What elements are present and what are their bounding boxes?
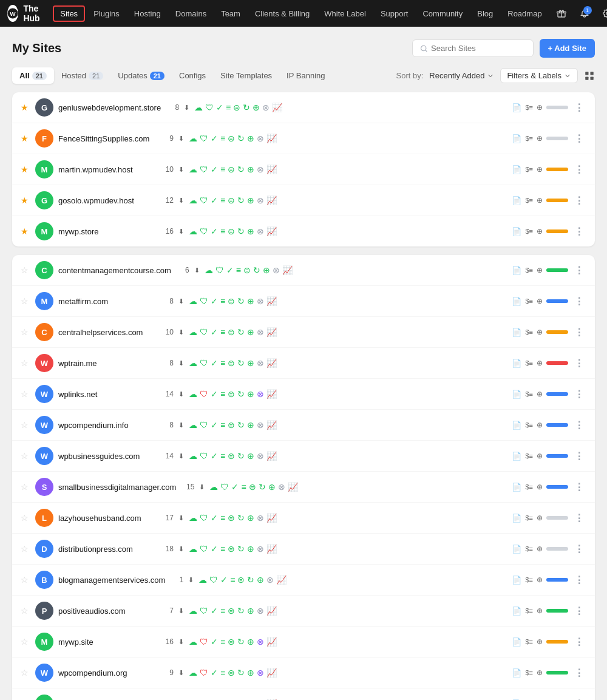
view-toggle[interactable] xyxy=(584,70,595,81)
site-row[interactable]: ☆ W wplinks.net 14 ⬇ ☁🛡✓≡⊜↻⊕⊗📈 📄 $≡ ⊕ ⋮ xyxy=(12,379,595,410)
sort-dropdown[interactable]: Recently Added xyxy=(429,71,494,80)
nav-team[interactable]: Team xyxy=(215,7,246,21)
star-button[interactable]: ★ xyxy=(21,165,30,174)
filter-tab-all[interactable]: All 21 xyxy=(12,67,54,84)
site-count: 12 xyxy=(160,196,174,205)
add-site-button[interactable]: + Add Site xyxy=(540,39,595,58)
star-button[interactable]: ★ xyxy=(21,134,30,143)
notification-icon-btn[interactable]: 1 xyxy=(576,5,593,22)
filter-tab-ip-banning[interactable]: IP Banning xyxy=(279,67,332,84)
site-actions: 📄 $≡ ⊕ ⋮ xyxy=(512,542,586,556)
site-row[interactable]: ☆ L lazyhousehusband.com 17 ⬇ ☁🛡✓≡⊜↻⊕⊗📈 … xyxy=(12,503,595,534)
star-button[interactable]: ☆ xyxy=(21,606,30,616)
star-button[interactable]: ☆ xyxy=(21,513,30,523)
more-options-button[interactable]: ⋮ xyxy=(572,101,586,115)
filter-updates-count: 21 xyxy=(150,72,164,80)
site-row[interactable]: ★ G geniuswebdevelopment.store 8 ⬇ ☁🛡✓≡⊜… xyxy=(12,92,595,123)
more-options-button[interactable]: ⋮ xyxy=(572,132,586,146)
more-options-button[interactable]: ⋮ xyxy=(572,697,586,701)
site-row[interactable]: ★ G gosolo.wpmudev.host 12 ⬇ ☁🛡✓≡⊜↻⊕⊗📈 📄… xyxy=(12,185,595,216)
star-button[interactable]: ☆ xyxy=(21,358,30,368)
nav-sites[interactable]: Sites xyxy=(53,5,85,22)
more-options-button[interactable]: ⋮ xyxy=(572,294,586,308)
search-box[interactable] xyxy=(412,39,534,57)
star-button[interactable]: ★ xyxy=(21,226,30,236)
status-icon: ⊗ xyxy=(257,451,264,461)
more-options-button[interactable]: ⋮ xyxy=(572,449,586,463)
more-options-button[interactable]: ⋮ xyxy=(572,325,586,339)
star-button[interactable]: ☆ xyxy=(21,544,30,554)
site-row[interactable]: ☆ W wptrain.me 8 ⬇ ☁🛡✓≡⊜↻⊕⊗📈 📄 $≡ ⊕ ⋮ xyxy=(12,348,595,379)
star-button[interactable]: ☆ xyxy=(21,327,30,337)
status-icon: ⊜ xyxy=(228,606,235,616)
wp-icon: ⊕ xyxy=(537,637,543,646)
nav-community[interactable]: Community xyxy=(416,7,469,21)
more-options-button[interactable]: ⋮ xyxy=(572,604,586,618)
star-button[interactable]: ☆ xyxy=(21,420,30,430)
filters-labels-button[interactable]: Filters & Labels xyxy=(500,68,578,83)
star-button[interactable]: ☆ xyxy=(21,637,30,647)
more-options-button[interactable]: ⋮ xyxy=(572,387,586,401)
star-button[interactable]: ☆ xyxy=(21,265,30,275)
nav-domains[interactable]: Domains xyxy=(169,7,212,21)
more-options-button[interactable]: ⋮ xyxy=(572,418,586,432)
site-count: 9 xyxy=(160,668,174,677)
more-options-button[interactable]: ⋮ xyxy=(572,666,586,680)
site-row[interactable]: ☆ W wpcompendium.info 8 ⬇ ☁🛡✓≡⊜↻⊕⊗📈 📄 $≡… xyxy=(12,410,595,441)
star-button[interactable]: ★ xyxy=(21,103,30,112)
doc-icon: 📄 xyxy=(512,576,521,585)
more-options-button[interactable]: ⋮ xyxy=(572,225,586,239)
star-button[interactable]: ☆ xyxy=(21,296,30,306)
more-options-button[interactable]: ⋮ xyxy=(572,542,586,556)
search-input[interactable] xyxy=(431,44,525,53)
star-button[interactable]: ☆ xyxy=(21,389,30,399)
nav-blog[interactable]: Blog xyxy=(471,7,499,21)
site-row[interactable]: ☆ C centralhelpservices.com 10 ⬇ ☁🛡✓≡⊜↻⊕… xyxy=(12,317,595,348)
status-icon: ☁ xyxy=(189,668,197,678)
nav-hosting[interactable]: Hosting xyxy=(128,7,167,21)
star-button[interactable]: ☆ xyxy=(21,451,30,461)
nav-roadmap[interactable]: Roadmap xyxy=(501,7,548,21)
site-row[interactable]: ☆ M mywp.site 16 ⬇ ☁🛡✓≡⊜↻⊕⊗📈 📄 $≡ ⊕ ⋮ xyxy=(12,627,595,658)
site-row[interactable]: ☆ D distributionpress.com 18 ⬇ ☁🛡✓≡⊜↻⊕⊗📈… xyxy=(12,534,595,565)
star-button[interactable]: ☆ xyxy=(21,668,30,678)
more-options-button[interactable]: ⋮ xyxy=(572,573,586,587)
more-options-button[interactable]: ⋮ xyxy=(572,263,586,277)
site-row[interactable]: ☆ C contentmanagementcourse.com 6 ⬇ ☁🛡✓≡… xyxy=(12,255,595,286)
more-options-button[interactable]: ⋮ xyxy=(572,511,586,525)
more-options-button[interactable]: ⋮ xyxy=(572,194,586,208)
site-row[interactable]: ☆ W wpmasterclasses.com 17 ⬇ ☁🛡✓≡⊜↻⊕⊗📈 📄… xyxy=(12,688,595,700)
nav-support[interactable]: Support xyxy=(375,7,415,21)
nav-white-label[interactable]: White Label xyxy=(318,7,372,21)
more-options-button[interactable]: ⋮ xyxy=(572,163,586,177)
gift-icon-btn[interactable] xyxy=(553,5,570,22)
filter-tab-configs[interactable]: Configs xyxy=(172,67,213,84)
filter-tab-hosted[interactable]: Hosted 21 xyxy=(54,67,110,84)
status-icon: ↻ xyxy=(237,327,245,337)
status-icon: 📈 xyxy=(266,389,277,399)
star-button[interactable]: ☆ xyxy=(21,575,30,585)
more-options-button[interactable]: ⋮ xyxy=(572,480,586,494)
site-row[interactable]: ☆ B blogmanagementservices.com 1 ⬇ ☁🛡✓≡⊜… xyxy=(12,565,595,596)
site-row[interactable]: ☆ P positiveaudios.com 7 ⬇ ☁🛡✓≡⊜↻⊕⊗📈 📄 $… xyxy=(12,596,595,627)
site-row[interactable]: ☆ S smallbusinessdigitalmanager.com 15 ⬇… xyxy=(12,472,595,503)
site-row[interactable]: ★ M mywp.store 16 ⬇ ☁🛡✓≡⊜↻⊕⊗📈 📄 $≡ ⊕ ⋮ xyxy=(12,216,595,246)
site-row[interactable]: ☆ W wpbusinessguides.com 14 ⬇ ☁🛡✓≡⊜↻⊕⊗📈 … xyxy=(12,441,595,472)
site-row[interactable]: ☆ M metaffirm.com 8 ⬇ ☁🛡✓≡⊜↻⊕⊗📈 📄 $≡ ⊕ ⋮ xyxy=(12,286,595,317)
status-icon: ⊜ xyxy=(228,544,235,554)
site-row[interactable]: ★ M martin.wpmudev.host 10 ⬇ ☁🛡✓≡⊜↻⊕⊗📈 📄… xyxy=(12,154,595,185)
site-row[interactable]: ☆ W wpcompendium.org 9 ⬇ ☁🛡✓≡⊜↻⊕⊗📈 📄 $≡ … xyxy=(12,658,595,688)
nav-clients-billing[interactable]: Clients & Billing xyxy=(249,7,316,21)
more-options-button[interactable]: ⋮ xyxy=(572,356,586,370)
more-options-button[interactable]: ⋮ xyxy=(572,635,586,649)
site-row[interactable]: ★ F FenceSittingSupplies.com 9 ⬇ ☁🛡✓≡⊜↻⊕… xyxy=(12,123,595,154)
star-button[interactable]: ☆ xyxy=(21,482,30,492)
app-logo[interactable]: W The Hub xyxy=(7,4,46,23)
settings-icon-btn[interactable] xyxy=(599,5,607,22)
star-button[interactable]: ★ xyxy=(21,195,30,205)
billing-icon: $≡ xyxy=(525,228,533,235)
filter-tab-updates[interactable]: Updates 21 xyxy=(110,67,172,84)
nav-plugins[interactable]: Plugins xyxy=(87,7,126,21)
filter-tab-site-templates[interactable]: Site Templates xyxy=(213,67,279,84)
status-icon: ≡ xyxy=(220,451,225,461)
